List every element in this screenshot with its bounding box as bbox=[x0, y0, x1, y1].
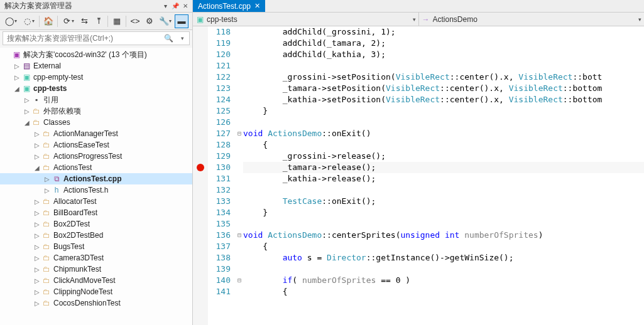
nav-scope-dropdown[interactable]: ▣ cpp-tests ▾ bbox=[193, 13, 419, 26]
solution-explorer-panel: 解决方案资源管理器 ▾ 📌 ✕ ◯▾ ◌▾ 🏠 ⟳▾ ⇆ ⤒ ▦ <> ⚙ 🔧▾… bbox=[0, 0, 193, 325]
folder-ActionsTest[interactable]: ◢🗀ActionsTest bbox=[0, 162, 192, 173]
expander-icon[interactable]: ▷ bbox=[33, 266, 41, 273]
tree-label: Classes bbox=[43, 118, 70, 127]
properties-button[interactable]: <> bbox=[128, 14, 142, 28]
folder-ClippingNodeTest[interactable]: ▷🗀ClippingNodeTest bbox=[0, 286, 192, 297]
folder-ChipmunkTest[interactable]: ▷🗀ChipmunkTest bbox=[0, 264, 192, 275]
tree-label: ActionsProgressTest bbox=[53, 152, 122, 161]
preview-button[interactable]: ⚙ bbox=[143, 14, 156, 28]
project-tests[interactable]: ◢▣cpp-tests bbox=[0, 83, 192, 94]
expander-icon[interactable]: ◢ bbox=[23, 119, 31, 126]
tree-label: ClippingNodeTest bbox=[53, 287, 112, 296]
search-icon[interactable]: 🔍 bbox=[161, 32, 175, 45]
folder-ActionManagerTest[interactable]: ▷🗀ActionManagerTest bbox=[0, 128, 192, 139]
nav-member-dropdown[interactable]: → ActionsDemo ▾ bbox=[419, 13, 645, 26]
solution-tree[interactable]: ▣解决方案'cocos2d-win32' (13 个项目)▷▤External▷… bbox=[0, 48, 192, 325]
folder-icon: 🗀 bbox=[41, 140, 52, 150]
project-icon: ▣ bbox=[195, 15, 204, 24]
expander-icon[interactable]: ▷ bbox=[23, 108, 31, 115]
tree-label: cpp-tests bbox=[33, 84, 67, 93]
code-editor[interactable]: 1181191201211221231241251261271281291301… bbox=[193, 26, 644, 325]
folder-icon: 🗀 bbox=[41, 298, 52, 308]
close-tab-icon[interactable]: ✕ bbox=[254, 2, 260, 10]
file-actions-h[interactable]: ▷hActionsTest.h bbox=[0, 184, 192, 196]
expander-icon[interactable]: ▷ bbox=[33, 142, 41, 149]
folder-ClickAndMoveTest[interactable]: ▷🗀ClickAndMoveTest bbox=[0, 275, 192, 286]
breakpoint-gutter[interactable] bbox=[193, 26, 208, 325]
folder-ActionsProgressTest[interactable]: ▷🗀ActionsProgressTest bbox=[0, 151, 192, 162]
expander-icon[interactable]: ◢ bbox=[13, 85, 21, 92]
external-node[interactable]: ▷▤External bbox=[0, 60, 192, 72]
proj-icon: ▣ bbox=[21, 72, 31, 82]
collapse-button[interactable]: ⤒ bbox=[92, 14, 106, 28]
folder-icon: 🗀 bbox=[31, 117, 41, 127]
home-button[interactable]: 🏠 bbox=[41, 14, 55, 28]
expander-icon[interactable]: ▷ bbox=[33, 289, 41, 296]
tree-label: BugsTest bbox=[53, 242, 84, 251]
ext-icon: ▤ bbox=[21, 61, 31, 71]
folder-Box2DTest[interactable]: ▷🗀Box2DTest bbox=[0, 218, 192, 230]
expander-icon[interactable]: ◢ bbox=[33, 164, 41, 171]
expander-icon[interactable]: ▷ bbox=[33, 221, 41, 228]
fwd-dropdown[interactable]: ▾ bbox=[32, 18, 37, 24]
folder-icon: 🗀 bbox=[41, 162, 52, 173]
panel-toolbar: ◯▾ ◌▾ 🏠 ⟳▾ ⇆ ⤒ ▦ <> ⚙ 🔧▾ ▬ bbox=[0, 13, 192, 30]
folder-Box2DTestBed[interactable]: ▷🗀Box2DTestBed bbox=[0, 230, 192, 241]
folder-Camera3DTest[interactable]: ▷🗀Camera3DTest bbox=[0, 252, 192, 264]
folder-AllocatorTest[interactable]: ▷🗀AllocatorTest bbox=[0, 196, 192, 207]
expander-icon[interactable]: ▷ bbox=[33, 232, 41, 239]
panel-menu-icon[interactable]: ▾ bbox=[161, 2, 170, 11]
solution-node[interactable]: ▣解决方案'cocos2d-win32' (13 个项目) bbox=[0, 49, 192, 60]
expander-icon[interactable]: ▷ bbox=[43, 176, 52, 183]
search-dd-icon[interactable]: ▾ bbox=[175, 32, 189, 45]
breakpoint-icon[interactable] bbox=[197, 164, 204, 171]
search-input[interactable] bbox=[3, 32, 161, 45]
refresh-dd[interactable]: ▾ bbox=[72, 18, 77, 24]
nav-bar: ▣ cpp-tests ▾ → ActionsDemo ▾ bbox=[193, 13, 644, 26]
folder-ActionsEaseTest[interactable]: ▷🗀ActionsEaseTest bbox=[0, 139, 192, 151]
folder-CocosDenshionTest[interactable]: ▷🗀CocosDenshionTest bbox=[0, 297, 192, 309]
tab-actions-test[interactable]: ActionsTest.cpp ✕ bbox=[193, 0, 265, 12]
expander-icon[interactable]: ▷ bbox=[33, 153, 41, 160]
tree-label: ChipmunkTest bbox=[53, 265, 101, 274]
extdep-node[interactable]: ▷🗀外部依赖项 bbox=[0, 105, 192, 117]
folder-BugsTest[interactable]: ▷🗀BugsTest bbox=[0, 241, 192, 252]
expander-icon[interactable]: ▷ bbox=[33, 131, 41, 137]
close-panel-icon[interactable]: ✕ bbox=[181, 2, 190, 11]
expander-icon[interactable]: ▷ bbox=[33, 277, 41, 284]
chevron-down-icon: ▾ bbox=[638, 16, 641, 23]
wrench-dd[interactable]: ▾ bbox=[169, 18, 174, 24]
h-icon: h bbox=[52, 185, 62, 195]
tree-label: BillBoardTest bbox=[53, 208, 97, 217]
expander-icon[interactable]: ▷ bbox=[13, 63, 21, 70]
sln-icon: ▣ bbox=[11, 50, 21, 60]
expander-icon[interactable]: ▷ bbox=[33, 198, 41, 205]
tree-label: CocosDenshionTest bbox=[53, 299, 121, 307]
folder-icon: 🗀 bbox=[41, 253, 52, 263]
expander-icon[interactable]: ▷ bbox=[33, 255, 41, 262]
folder-icon: 🗀 bbox=[41, 287, 52, 297]
code-area[interactable]: addChild(_grossini, 1); addChild(_tamara… bbox=[243, 26, 644, 325]
expander-icon[interactable]: ▷ bbox=[43, 187, 52, 194]
expander-icon[interactable]: ▷ bbox=[23, 97, 31, 104]
show-all-button[interactable]: ▦ bbox=[110, 14, 124, 28]
folder-icon: 🗀 bbox=[41, 151, 52, 161]
classes-folder[interactable]: ◢🗀Classes bbox=[0, 117, 192, 128]
sync-button[interactable]: ⇆ bbox=[77, 14, 91, 28]
folder-BillBoardTest[interactable]: ▷🗀BillBoardTest bbox=[0, 207, 192, 218]
panel-header: 解决方案资源管理器 ▾ 📌 ✕ bbox=[0, 0, 192, 13]
back-dropdown[interactable]: ▾ bbox=[14, 18, 19, 24]
expander-icon[interactable]: ▷ bbox=[33, 300, 41, 307]
folder-icon: 🗀 bbox=[41, 129, 52, 139]
mode-button[interactable]: ▬ bbox=[175, 14, 188, 28]
tree-label: Box2DTestBed bbox=[53, 231, 103, 240]
outline-gutter[interactable]: ⊟⊟⊟ bbox=[236, 26, 243, 325]
expander-icon[interactable]: ▷ bbox=[33, 210, 41, 216]
project-empty[interactable]: ▷▣cpp-empty-test bbox=[0, 72, 192, 83]
references-node[interactable]: ▷▪引用 bbox=[0, 94, 192, 105]
pin-icon[interactable]: 📌 bbox=[171, 2, 180, 11]
expander-icon[interactable]: ▷ bbox=[13, 74, 21, 81]
file-actions-cpp[interactable]: ▷⧉ActionsTest.cpp bbox=[0, 173, 192, 184]
expander-icon[interactable]: ▷ bbox=[33, 243, 41, 250]
folder-icon: 🗀 bbox=[41, 275, 52, 285]
